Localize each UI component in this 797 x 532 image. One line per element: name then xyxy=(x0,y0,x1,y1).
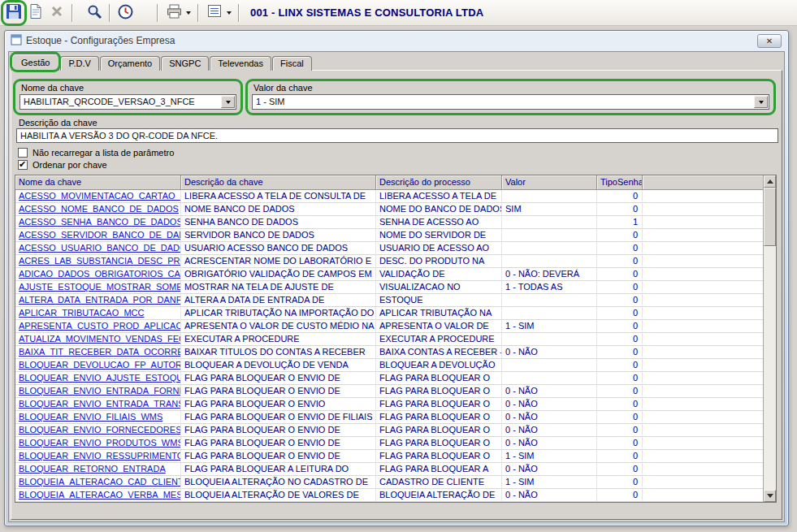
key-value-combobox[interactable]: 1 - SIM xyxy=(252,94,769,110)
tabpage-gestao: Nome da chave HABILITAR_QRCODE_VERSAO_3_… xyxy=(11,70,782,520)
save-button[interactable] xyxy=(3,2,24,24)
grid-column-header[interactable]: Valor xyxy=(502,175,597,190)
grid-column-header[interactable]: TipoSenha xyxy=(597,175,643,190)
chevron-down-icon xyxy=(759,101,764,106)
options-group: Não recarregar a lista de parâmetroOrden… xyxy=(18,147,174,171)
grid-row[interactable]: BLOQUEAR_ENVIO_ENTRADA_TRANSFLAG PARA BL… xyxy=(15,398,763,411)
tab-label: Gestão xyxy=(21,58,50,67)
key-value-field-group: Valor da chave 1 - SIM xyxy=(245,79,776,115)
grid-cell: 0 - NÃO xyxy=(502,385,597,398)
grid-cell-filler xyxy=(643,229,763,242)
grid-row[interactable]: BLOQUEIA_ALTERACAO_CAD_CLIENTBLOQUEIA AL… xyxy=(15,476,763,489)
grid-cell xyxy=(502,229,597,242)
tab-televendas[interactable]: Televendas xyxy=(210,56,271,71)
grid-cell: ALTERA_DATA_ENTRADA_POR_DANF xyxy=(15,294,181,307)
grid-cell: 0 - NÃO xyxy=(502,437,597,450)
tab-or-amento[interactable]: Orçamento xyxy=(100,56,160,71)
grid-cell: ESTOQUE xyxy=(376,294,502,307)
grid-row[interactable]: ACESSO_SERVIDOR_BANCO_DE_DADSERVIDOR BAN… xyxy=(15,229,763,242)
checkbox-checked[interactable] xyxy=(18,160,28,170)
tab-sngpc[interactable]: SNGPC xyxy=(161,56,209,71)
grid-cell: FLAG PARA BLOQUEAR O ENVIO DE xyxy=(181,385,376,398)
tab-gest-o[interactable]: Gestão xyxy=(11,54,59,71)
grid-cell-filler xyxy=(643,242,763,255)
close-button[interactable]: ✕ xyxy=(757,34,782,48)
grid-row[interactable]: ALTERA_DATA_ENTRADA_POR_DANFALTERA A DAT… xyxy=(15,294,763,307)
grid-cell-filler xyxy=(643,346,763,359)
grid-cell-filler xyxy=(643,190,763,203)
grid-cell: BLOQUEAR_RETORNO_ENTRADA xyxy=(15,463,181,476)
grid-row[interactable]: BLOQUEAR_DEVOLUCAO_FP_AUTORIBLOQUEAR A D… xyxy=(15,359,763,372)
grid-cell-filler xyxy=(643,411,763,424)
grid-cell: 0 xyxy=(597,398,643,411)
scrollbar-thumb[interactable] xyxy=(764,188,776,246)
grid-row[interactable]: APRESENTA_CUSTO_PROD_APLICACAPRESENTA O … xyxy=(15,320,763,333)
delete-button[interactable] xyxy=(46,2,67,24)
grid-row[interactable]: ATUALIZA_MOVIMENTO_VENDAS_FECEXECUTAR A … xyxy=(15,333,763,346)
grid-row[interactable]: BLOQUEAR_RETORNO_ENTRADAFLAG PARA BLOQUE… xyxy=(15,463,763,476)
checkbox-unchecked[interactable] xyxy=(18,148,28,158)
grid-cell-filler xyxy=(643,450,763,463)
grid-cell-filler xyxy=(643,281,763,294)
vertical-scrollbar[interactable] xyxy=(763,175,776,502)
window-client-area: GestãoP.D.VOrçamentoSNGPCTelevendasFisca… xyxy=(8,51,785,522)
grid-cell: ACESSO_SENHA_BANCO_DE_DADOS xyxy=(15,216,181,229)
scroll-down-button[interactable] xyxy=(764,490,776,502)
grid-cell: APLICAR TRIBUTAÇÃO NA IMPORTAÇÃO DO xyxy=(181,307,376,320)
grid-row[interactable]: APLICAR_TRIBUTACAO_MCCAPLICAR TRIBUTAÇÃO… xyxy=(15,307,763,320)
grid-row[interactable]: BAIXA_TIT_RECEBER_DATA_OCORREBAIXAR TITU… xyxy=(15,346,763,359)
key-name-dropdown-button[interactable] xyxy=(221,96,235,108)
grid-row[interactable]: BLOQUEAR_ENVIO_AJUSTE_ESTOQUFLAG PARA BL… xyxy=(15,372,763,385)
grid-cell xyxy=(502,294,597,307)
grid-row[interactable]: ACRES_LAB_SUBSTANCIA_DESC_PROACRESCENTAR… xyxy=(15,255,763,268)
window-titlebar[interactable]: Estoque - Configurações Empresa xyxy=(5,31,788,50)
checkbox-row-1[interactable]: Ordenar por chave xyxy=(18,159,174,171)
grid-column-header[interactable]: Descrição do processo xyxy=(376,175,502,190)
checkbox-row-0[interactable]: Não recarregar a lista de parâmetro xyxy=(18,147,174,158)
grid-cell-filler xyxy=(643,476,763,489)
grid-column-header[interactable]: Nome da chave xyxy=(15,175,181,190)
tab-fiscal[interactable]: Fiscal xyxy=(272,56,312,71)
tab-p-d-v[interactable]: P.D.V xyxy=(60,56,98,71)
grid-cell: ACESSO_NOME_BANCO_DE_DADOS xyxy=(15,203,181,216)
grid-row[interactable]: BLOQUEAR_ENVIO_FILIAIS_WMSFLAG PARA BLOQ… xyxy=(15,411,763,424)
grid-row[interactable]: ACESSO_MOVIMENTACAO_CARTAO_MLIBERA ACESS… xyxy=(15,190,763,203)
grid-row[interactable]: ACESSO_SENHA_BANCO_DE_DADOSSENHA BANCO D… xyxy=(15,216,763,229)
grid-cell: 0 - NÃO xyxy=(502,411,597,424)
grid-row[interactable]: BLOQUEAR_ENVIO_RESSUPRIMENTOFLAG PARA BL… xyxy=(15,450,763,463)
document-button[interactable] xyxy=(25,2,46,24)
grid-cell: EXECUTAR A PROCEDURE xyxy=(376,333,502,346)
key-description-input[interactable]: HABILITA A VERSÃO 3 DO QR-CODE DA NFCE. xyxy=(16,128,778,143)
print-button[interactable] xyxy=(162,2,193,24)
grid-cell: 0 xyxy=(597,385,643,398)
grid-cell: NOME DO BANCO DE DADOS xyxy=(376,203,502,216)
grid-row[interactable]: BLOQUEAR_ENVIO_FORNECEDORES_FLAG PARA BL… xyxy=(15,424,763,437)
grid-row[interactable]: BLOQUEAR_ENVIO_PRODUTOS_WMSFLAG PARA BLO… xyxy=(15,437,763,450)
grid-cell: 0 - NÃO xyxy=(502,489,597,502)
grid-row[interactable]: BLOQUEAR_ENVIO_ENTRADA_FORNEFLAG PARA BL… xyxy=(15,385,763,398)
grid-cell: ACRES_LAB_SUBSTANCIA_DESC_PRO xyxy=(15,255,181,268)
grid-cell: 0 xyxy=(597,489,643,502)
grid-row[interactable]: ACESSO_USUARIO_BANCO_DE_DADCUSUARIO ACES… xyxy=(15,242,763,255)
grid-cell: FLAG PARA BLOQUEAR O xyxy=(376,450,502,463)
grid-cell xyxy=(502,333,597,346)
grid-cell-filler xyxy=(643,463,763,476)
grid-cell: 0 xyxy=(597,437,643,450)
tab-label: Fiscal xyxy=(280,58,304,68)
scroll-up-button[interactable] xyxy=(764,175,776,188)
search-button[interactable] xyxy=(84,2,105,24)
key-name-combobox[interactable]: HABILITAR_QRCODE_VERSAO_3_NFCE xyxy=(19,94,236,110)
grid-cell: 0 xyxy=(597,476,643,489)
history-button[interactable] xyxy=(115,2,136,24)
grid-row[interactable]: AJUSTE_ESTOQUE_MOSTRAR_SOMEMOSTRAR NA TE… xyxy=(15,281,763,294)
key-value-dropdown-button[interactable] xyxy=(754,96,768,108)
grid-row[interactable]: ACESSO_NOME_BANCO_DE_DADOSNOME BANCO DE … xyxy=(15,203,763,216)
grid-row[interactable]: ADICAO_DADOS_OBRIGATORIOS_CADOBRIGATÓRIO… xyxy=(15,268,763,281)
grid-row[interactable]: BLOQUEIA_ALTERACAO_VERBA_MESBLOQUEIA ALT… xyxy=(15,489,763,502)
grid-cell: 0 xyxy=(597,229,643,242)
grid-cell-filler xyxy=(643,307,763,320)
grid-cell: BLOQUEAR A DEVOLUÇÃO DE VENDA xyxy=(181,359,376,372)
list-menu-button[interactable] xyxy=(203,2,234,24)
grid-cell: 1 - SIM xyxy=(502,450,597,463)
grid-column-header[interactable]: Descrição da chave xyxy=(181,175,376,190)
